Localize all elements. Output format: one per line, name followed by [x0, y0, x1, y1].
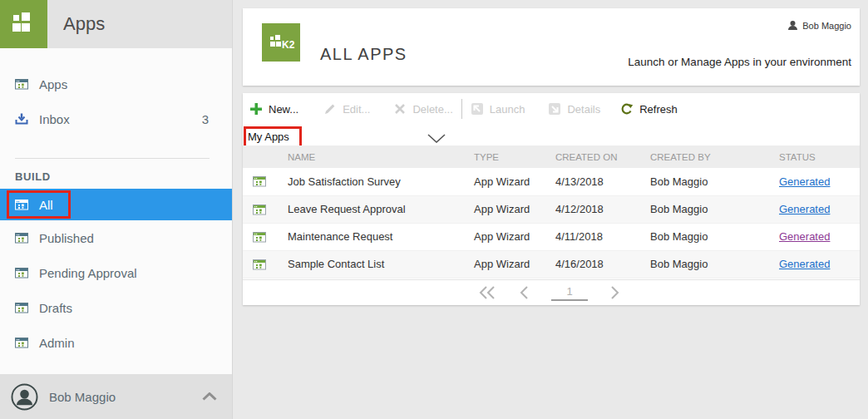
app-window-icon — [253, 203, 266, 216]
app-window-icon — [253, 175, 266, 188]
sidebar-menu: Apps Inbox 3 BUILD All — [0, 48, 232, 360]
chevron-left-icon — [519, 286, 529, 299]
table-row[interactable]: Job Satisfaction Survey App Wizard 4/13/… — [243, 168, 860, 195]
main-area: K2 ALL APPS Bob Maggio Launch or Manage … — [243, 0, 860, 419]
inbox-count-badge: 3 — [202, 112, 209, 126]
app-type: App Wizard — [474, 223, 555, 250]
sidebar-item-drafts[interactable]: Drafts — [0, 290, 232, 325]
new-button[interactable]: New... — [249, 102, 298, 116]
app-window-icon — [15, 336, 28, 349]
header-user-chip[interactable]: Bob Maggio — [787, 20, 851, 31]
sidebar-item-label: Pending Approval — [39, 266, 137, 280]
toolbar: New... Edit... Delete... — [243, 93, 860, 125]
app-type: App Wizard — [474, 250, 555, 278]
person-icon — [787, 20, 798, 31]
column-header-name[interactable]: NAME — [274, 145, 474, 168]
apps-table: NAME TYPE CREATED ON CREATED BY STATUS — [243, 145, 860, 279]
filter-selected-value: My Apps — [246, 128, 452, 143]
first-page-button[interactable] — [478, 285, 496, 300]
previous-page-button[interactable] — [515, 285, 533, 300]
chevron-right-icon — [610, 286, 620, 299]
header-user-name: Bob Maggio — [802, 21, 851, 31]
sidebar-item-inbox[interactable]: Inbox 3 — [0, 101, 232, 136]
page-header-card: K2 ALL APPS Bob Maggio Launch or Manage … — [243, 8, 860, 86]
app-created-on: 4/13/2018 — [555, 168, 650, 195]
plus-icon — [249, 102, 263, 116]
app-name: Sample Contact List — [274, 250, 474, 278]
edit-button-label: Edit... — [343, 103, 370, 116]
page-number-input[interactable]: 1 — [551, 285, 588, 301]
table-row[interactable]: Leave Request Approval App Wizard 4/12/2… — [243, 195, 860, 223]
sidebar-item-pending-approval[interactable]: Pending Approval — [0, 255, 232, 290]
status-link[interactable]: Generated — [779, 230, 830, 243]
launch-button-label: Launch — [490, 103, 525, 116]
toolbar-divider — [461, 99, 462, 119]
edit-button[interactable]: Edit... — [323, 102, 370, 116]
delete-button[interactable]: Delete... — [393, 102, 452, 116]
status-link[interactable]: Generated — [779, 175, 830, 188]
pencil-icon — [323, 102, 337, 116]
x-icon — [393, 102, 407, 116]
column-header-created-by[interactable]: CREATED BY — [650, 145, 779, 168]
table-row[interactable]: Sample Contact List App Wizard 4/16/2018… — [243, 250, 860, 278]
chevron-down-icon — [427, 134, 446, 143]
details-button-label: Details — [567, 103, 600, 116]
app-type: App Wizard — [474, 168, 555, 195]
user-menu[interactable]: Bob Maggio — [0, 374, 232, 419]
footer-user-name: Bob Maggio — [49, 390, 116, 404]
grid-logo-icon — [7, 7, 41, 41]
app-created-on: 4/11/2018 — [555, 223, 650, 250]
app-name: Job Satisfaction Survey — [274, 168, 474, 195]
sidebar-item-all[interactable]: All — [0, 189, 232, 220]
launch-arrow-icon — [471, 102, 484, 116]
svg-text:K2: K2 — [282, 39, 295, 51]
table-row[interactable]: Maintenance Request App Wizard 4/11/2018… — [243, 223, 860, 250]
column-header-type[interactable]: TYPE — [474, 145, 555, 168]
column-header-created-on[interactable]: CREATED ON — [555, 145, 650, 168]
sidebar-item-apps[interactable]: Apps — [0, 67, 232, 101]
sidebar-item-label: Inbox — [39, 112, 70, 126]
sidebar-item-label: All — [39, 198, 53, 212]
app-created-by: Bob Maggio — [650, 250, 779, 278]
app-window-icon — [15, 231, 28, 244]
k2-logo-icon: K2 — [262, 23, 300, 62]
app-created-by: Bob Maggio — [650, 195, 779, 223]
app-window-icon — [15, 266, 28, 279]
sidebar-item-published[interactable]: Published — [0, 220, 232, 255]
chevron-up-icon[interactable] — [202, 392, 217, 401]
sidebar-item-label: Drafts — [39, 301, 72, 315]
details-button[interactable]: Details — [548, 102, 600, 116]
delete-button-label: Delete... — [412, 103, 452, 116]
app-window-icon — [15, 301, 28, 314]
double-chevron-left-icon — [479, 286, 496, 299]
sidebar-item-admin[interactable]: Admin — [0, 325, 232, 360]
column-header-status[interactable]: STATUS — [779, 145, 860, 168]
app-created-on: 4/12/2018 — [555, 195, 650, 223]
app-window-icon — [15, 198, 28, 211]
app-window-icon — [253, 258, 266, 271]
app-type: App Wizard — [474, 195, 555, 223]
app-created-by: Bob Maggio — [650, 168, 779, 195]
sidebar-item-label: Apps — [39, 77, 67, 91]
next-page-button[interactable] — [606, 285, 624, 300]
details-arrow-icon — [548, 102, 561, 116]
status-link[interactable]: Generated — [779, 258, 830, 270]
sidebar-title: Apps — [47, 13, 105, 35]
launch-button[interactable]: Launch — [471, 102, 525, 116]
new-button-label: New... — [269, 103, 298, 116]
app-created-by: Bob Maggio — [650, 223, 779, 250]
column-header-icon — [243, 145, 274, 168]
app-window-icon — [15, 77, 28, 91]
refresh-button[interactable]: Refresh — [620, 102, 678, 116]
refresh-button-label: Refresh — [639, 103, 678, 116]
status-link[interactable]: Generated — [779, 203, 830, 215]
table-header-row: NAME TYPE CREATED ON CREATED BY STATUS — [243, 145, 860, 168]
k2-logo: K2 — [262, 23, 300, 62]
apps-list-card: New... Edit... Delete... — [243, 93, 860, 305]
sidebar: Apps Apps Inbox 3 BUILD — [0, 0, 233, 419]
app-window-icon — [253, 230, 266, 244]
app-grid-logo — [0, 0, 47, 48]
app-name: Maintenance Request — [274, 223, 474, 250]
page-title: ALL APPS — [320, 45, 407, 64]
app-created-on: 4/16/2018 — [555, 250, 650, 278]
